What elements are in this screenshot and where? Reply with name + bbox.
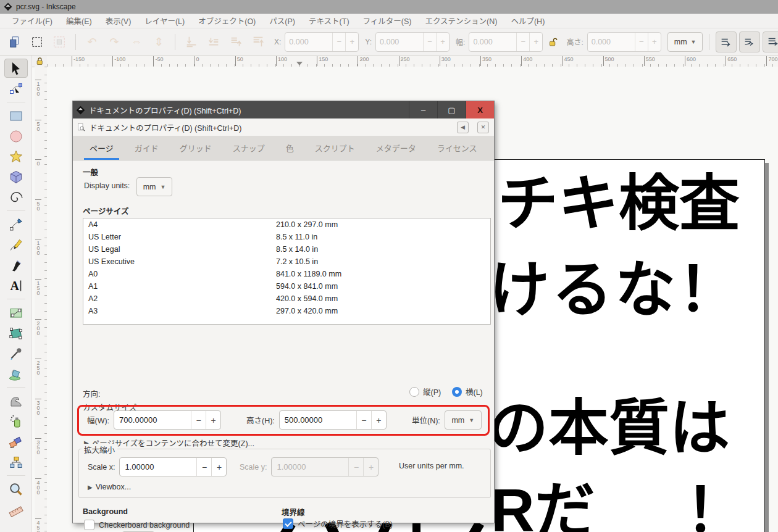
page-size-list[interactable]: A4210.0 x 297.0 mmUS Letter8.5 x 11.0 in… (83, 218, 491, 325)
show-border-checkbox[interactable]: ページの境界を表示する(B) (283, 518, 393, 530)
menu-item[interactable]: 表示(V) (100, 14, 137, 28)
page-size-row[interactable]: A4210.0 x 297.0 mm (83, 218, 490, 231)
copy-button[interactable] (5, 32, 25, 52)
window-titlebar[interactable]: pcr.svg - Inkscape (0, 0, 778, 14)
ruler-label: 250 (35, 359, 41, 375)
clone-button[interactable] (49, 32, 69, 52)
measure-tool[interactable] (4, 500, 28, 519)
text-tool[interactable]: A (4, 276, 28, 295)
tab-メタデータ[interactable]: メタデータ (366, 136, 427, 160)
eraser-tool[interactable] (4, 432, 28, 451)
connector-tool[interactable] (4, 452, 28, 472)
horizontal-ruler[interactable]: -150-100-5005010015020025030035040045050… (47, 56, 778, 67)
page-size-row[interactable]: A0841.0 x 1189.0 mm (83, 268, 490, 280)
scale-x-field[interactable]: 1.00000 − + (119, 457, 227, 476)
y-field[interactable]: 0.000 − + (375, 32, 450, 52)
pencil-tool[interactable] (4, 235, 28, 254)
star-tool[interactable] (4, 147, 28, 166)
tab-スナップ[interactable]: スナップ (222, 136, 275, 160)
maximize-button[interactable]: ▢ (437, 101, 466, 118)
toolbar-unit-dropdown[interactable]: mm▼ (667, 32, 703, 52)
checkerboard-checkbox[interactable]: Checkerboard background (84, 520, 190, 530)
raise-button[interactable] (226, 32, 246, 52)
x-field[interactable]: 0.000 − + (285, 32, 359, 52)
page-size-row[interactable]: A3297.0 x 420.0 mm (83, 305, 490, 317)
vertical-ruler[interactable]: 10050050100150200250300350400450 (35, 67, 48, 532)
page-size-row[interactable]: US Letter8.5 x 11.0 in (83, 231, 490, 243)
viewbox-expander[interactable]: ▶ Viewbox... (88, 483, 131, 491)
ruler-label: 50 (35, 199, 41, 210)
ruler-label: 100 (35, 80, 41, 96)
menu-item[interactable]: エクステンション(N) (419, 14, 503, 28)
scale-x-plus-button[interactable]: + (211, 458, 226, 476)
move-patterns-toggle[interactable] (739, 31, 760, 52)
page-size-row[interactable]: A1594.0 x 841.0 mm (83, 280, 490, 293)
portrait-radio[interactable]: 縦(P) (409, 386, 441, 397)
menu-item[interactable]: レイヤー(L) (139, 14, 190, 28)
menu-item[interactable]: パス(P) (264, 14, 301, 28)
node-editor-tool[interactable] (4, 79, 28, 98)
rotate-ccw-button[interactable]: ↶ (82, 32, 102, 52)
box-3d-tool[interactable] (4, 167, 28, 186)
height-field[interactable]: 0.000 − + (587, 32, 661, 52)
scale-fieldset: 拡大縮小 Scale x: 1.00000 − + Scale y: 1.000… (78, 449, 491, 498)
selector-tool[interactable] (4, 59, 28, 78)
lower-to-bottom-button[interactable] (182, 32, 201, 52)
spiral-tool[interactable] (4, 188, 28, 207)
ruler-lock-icon[interactable] (32, 56, 47, 67)
tweak-tool[interactable] (4, 391, 28, 410)
ruler-label: 100 (276, 56, 287, 66)
dialog-inner-title: ドキュメントのプロパティ(D) (Shift+Ctrl+D) (90, 122, 453, 133)
ruler-label: 450 (562, 56, 573, 66)
pen-tool[interactable] (4, 215, 28, 234)
tab-ページ[interactable]: ページ (79, 136, 124, 160)
calligraphy-tool[interactable] (4, 256, 28, 275)
lock-open-icon[interactable] (545, 32, 560, 52)
move-gradients-toggle[interactable] (716, 31, 737, 52)
landscape-radio[interactable]: 横(L) (452, 386, 483, 397)
minimize-button[interactable]: – (409, 101, 437, 118)
gradient-tool[interactable] (4, 303, 28, 322)
menu-item[interactable]: 編集(E) (61, 14, 98, 28)
rectangle-tool[interactable] (4, 106, 28, 125)
dialog-titlebar[interactable]: ドキュメントのプロパティ(D) (Shift+Ctrl+D) – ▢ X (73, 101, 494, 118)
duplicate-button[interactable] (27, 32, 47, 52)
document-properties-icon (77, 123, 86, 132)
menu-item[interactable]: テキスト(T) (303, 14, 355, 28)
tab-グリッド[interactable]: グリッド (169, 136, 222, 160)
flip-horizontal-button[interactable]: ⇔ (127, 32, 146, 52)
lower-button[interactable] (204, 32, 224, 52)
page-size-row[interactable]: A2420.0 x 594.0 mm (83, 293, 490, 305)
ellipse-tool[interactable] (4, 127, 28, 146)
raise-to-top-button[interactable] (248, 32, 268, 52)
spray-tool[interactable] (4, 412, 28, 431)
paint-bucket-tool[interactable] (4, 364, 28, 383)
user-units-note: User units per mm. (399, 462, 464, 470)
dock-panel-icon[interactable]: ◀ (457, 122, 469, 133)
display-units-dropdown[interactable]: mm▼ (136, 177, 172, 196)
tab-ガイド[interactable]: ガイド (124, 136, 169, 160)
tab-ライセンス[interactable]: ライセンス (427, 136, 488, 160)
rotate-cw-button[interactable]: ↷ (104, 32, 124, 52)
radio-icon (452, 387, 462, 397)
chevron-down-icon: ▼ (160, 184, 165, 190)
move-clips-toggle[interactable] (763, 31, 778, 52)
scale-x-minus-button[interactable]: − (196, 458, 211, 476)
tab-色[interactable]: 色 (275, 136, 304, 160)
menu-item[interactable]: ヘルプ(H) (505, 14, 550, 28)
menu-item[interactable]: フィルター(S) (358, 14, 417, 28)
tab-スクリプト[interactable]: スクリプト (304, 136, 366, 160)
mesh-tool[interactable] (4, 323, 28, 343)
zoom-tool[interactable] (4, 480, 28, 499)
close-button[interactable]: X (466, 101, 494, 118)
page-size-row[interactable]: US Legal8.5 x 14.0 in (83, 243, 490, 256)
page-size-row[interactable]: US Executive7.2 x 10.5 in (83, 256, 490, 268)
close-panel-icon[interactable]: ✕ (477, 122, 489, 133)
menu-item[interactable]: ファイル(F) (6, 14, 58, 28)
menu-item[interactable]: オブジェクト(O) (193, 14, 261, 28)
width-field[interactable]: 0.000 − + (469, 32, 543, 52)
ruler-label: -150 (72, 56, 85, 66)
dropper-tool[interactable] (4, 344, 28, 363)
y-minus: − (423, 33, 436, 51)
flip-vertical-button[interactable]: ⇕ (149, 32, 169, 52)
